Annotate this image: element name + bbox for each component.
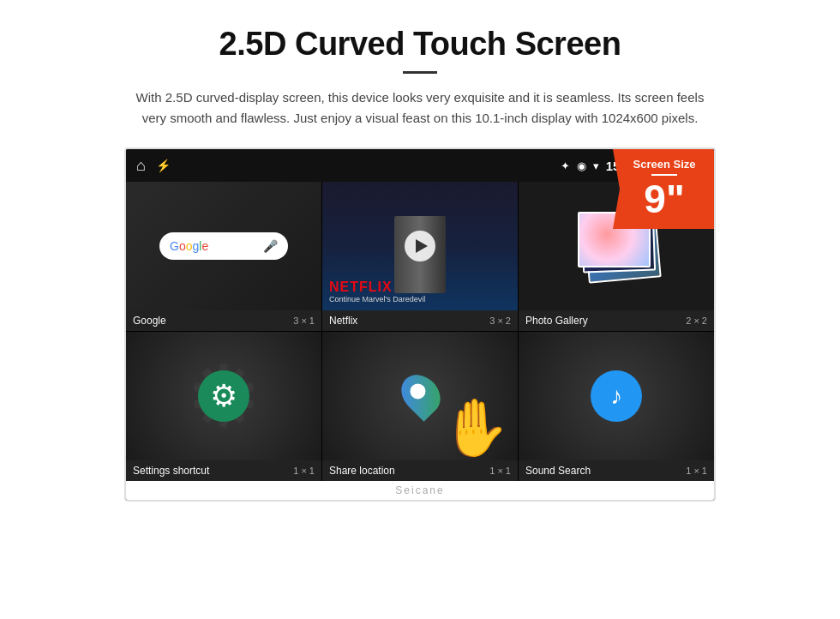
netflix-cell-content: NETFLIX Continue Marvel's Daredevil <box>322 182 518 310</box>
play-triangle-icon <box>416 239 428 253</box>
netflix-overlay-text: NETFLIX Continue Marvel's Daredevil <box>329 279 511 303</box>
share-location-name: Share location <box>329 465 395 477</box>
netflix-grid-size: 3 × 2 <box>489 316 511 326</box>
share-location-content: 🤚 <box>322 332 518 460</box>
usb-icon: ⚡ <box>156 159 171 172</box>
google-app-footer: Google 3 × 1 <box>126 310 321 331</box>
wifi-icon: ▾ <box>593 159 599 172</box>
netflix-continue-text: Continue Marvel's Daredevil <box>329 295 511 303</box>
home-icon[interactable]: ⌂ <box>136 157 146 175</box>
google-search-bar[interactable]: Google 🎤 <box>159 232 288 260</box>
page-wrapper: 2.5D Curved Touch Screen With 2.5D curve… <box>0 0 840 519</box>
share-location-footer: Share location 1 × 1 <box>322 460 518 481</box>
maps-pin-inner <box>406 380 428 401</box>
sound-search-footer: Sound Search 1 × 1 <box>519 460 714 481</box>
bluetooth-icon: ✦ <box>561 159 570 172</box>
google-grid-size: 3 × 1 <box>293 316 315 326</box>
music-note-icon: ♪ <box>610 382 622 410</box>
title-divider <box>403 71 437 74</box>
settings-app-name: Settings shortcut <box>133 465 209 477</box>
settings-gear-icon <box>198 370 249 422</box>
badge-size: 9" <box>620 179 709 219</box>
netflix-app-name: Netflix <box>329 315 357 327</box>
google-cell-content: Google 🎤 <box>126 182 321 310</box>
sound-search-content: ♪ <box>519 332 714 460</box>
settings-app-cell[interactable]: ⚙ Settings shortcut 1 × 1 <box>126 332 321 481</box>
badge-divider <box>651 174 677 176</box>
sound-search-icon: ♪ <box>591 370 642 422</box>
google-app-cell[interactable]: Google 🎤 Google 3 × 1 <box>126 182 321 331</box>
watermark: Seicane <box>126 481 714 500</box>
sound-search-grid-size: 1 × 1 <box>686 466 707 476</box>
google-logo: Google <box>170 239 208 253</box>
location-icon: ◉ <box>577 159 586 172</box>
netflix-play-button[interactable] <box>405 231 435 261</box>
share-location-app-cell[interactable]: 🤚 Share location 1 × 1 <box>322 332 518 481</box>
photo-gallery-name: Photo Gallery <box>525 315 588 327</box>
google-app-name: Google <box>133 315 166 327</box>
settings-footer: Settings shortcut 1 × 1 <box>126 460 321 481</box>
settings-grid-size: 1 × 1 <box>293 466 315 476</box>
netflix-logo: NETFLIX <box>329 279 511 295</box>
google-maps-icon <box>397 373 444 420</box>
screen-size-badge: Screen Size 9" <box>613 149 716 229</box>
sound-search-name: Sound Search <box>525 465 591 477</box>
photo-gallery-footer: Photo Gallery 2 × 2 <box>519 310 714 331</box>
page-description: With 2.5D curved-display screen, this de… <box>129 87 711 129</box>
badge-label: Screen Size <box>620 158 709 171</box>
settings-content: ⚙ <box>126 332 321 460</box>
page-title: 2.5D Curved Touch Screen <box>219 26 621 63</box>
hand-cursor-icon: 🤚 <box>440 395 509 460</box>
netflix-app-footer: Netflix 3 × 2 <box>322 310 518 331</box>
share-location-grid-size: 1 × 1 <box>489 466 511 476</box>
screen-container: Screen Size 9" ⌂ ⚡ ✦ ◉ ▾ 15:06 ⊡ ◁ ⊠ ▭ <box>124 147 716 502</box>
sound-search-app-cell[interactable]: ♪ Sound Search 1 × 1 <box>519 332 714 481</box>
google-mic-icon[interactable]: 🎤 <box>263 239 278 253</box>
netflix-app-cell[interactable]: NETFLIX Continue Marvel's Daredevil Netf… <box>322 182 518 331</box>
photo-gallery-grid-size: 2 × 2 <box>686 316 707 326</box>
